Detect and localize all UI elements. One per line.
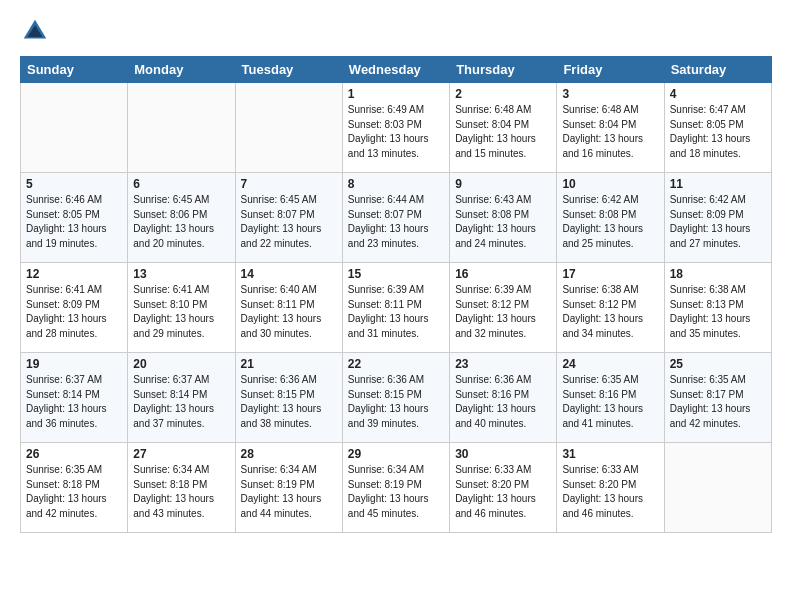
day-number: 26 <box>26 447 122 461</box>
calendar-cell <box>235 83 342 173</box>
calendar-cell: 8Sunrise: 6:44 AM Sunset: 8:07 PM Daylig… <box>342 173 449 263</box>
day-number: 21 <box>241 357 337 371</box>
calendar-cell: 22Sunrise: 6:36 AM Sunset: 8:15 PM Dayli… <box>342 353 449 443</box>
day-number: 12 <box>26 267 122 281</box>
calendar-cell: 29Sunrise: 6:34 AM Sunset: 8:19 PM Dayli… <box>342 443 449 533</box>
calendar-cell <box>664 443 771 533</box>
day-info: Sunrise: 6:41 AM Sunset: 8:10 PM Dayligh… <box>133 283 229 341</box>
calendar-week-2: 5Sunrise: 6:46 AM Sunset: 8:05 PM Daylig… <box>21 173 772 263</box>
day-info: Sunrise: 6:34 AM Sunset: 8:19 PM Dayligh… <box>241 463 337 521</box>
day-info: Sunrise: 6:47 AM Sunset: 8:05 PM Dayligh… <box>670 103 766 161</box>
day-info: Sunrise: 6:45 AM Sunset: 8:07 PM Dayligh… <box>241 193 337 251</box>
calendar-cell: 5Sunrise: 6:46 AM Sunset: 8:05 PM Daylig… <box>21 173 128 263</box>
calendar-body: 1Sunrise: 6:49 AM Sunset: 8:03 PM Daylig… <box>21 83 772 533</box>
day-info: Sunrise: 6:36 AM Sunset: 8:16 PM Dayligh… <box>455 373 551 431</box>
calendar-cell: 18Sunrise: 6:38 AM Sunset: 8:13 PM Dayli… <box>664 263 771 353</box>
day-number: 1 <box>348 87 444 101</box>
day-info: Sunrise: 6:35 AM Sunset: 8:18 PM Dayligh… <box>26 463 122 521</box>
calendar-cell: 27Sunrise: 6:34 AM Sunset: 8:18 PM Dayli… <box>128 443 235 533</box>
day-info: Sunrise: 6:42 AM Sunset: 8:09 PM Dayligh… <box>670 193 766 251</box>
calendar-week-4: 19Sunrise: 6:37 AM Sunset: 8:14 PM Dayli… <box>21 353 772 443</box>
day-number: 5 <box>26 177 122 191</box>
day-info: Sunrise: 6:43 AM Sunset: 8:08 PM Dayligh… <box>455 193 551 251</box>
calendar-cell: 25Sunrise: 6:35 AM Sunset: 8:17 PM Dayli… <box>664 353 771 443</box>
day-info: Sunrise: 6:45 AM Sunset: 8:06 PM Dayligh… <box>133 193 229 251</box>
logo-icon <box>20 16 50 46</box>
day-number: 9 <box>455 177 551 191</box>
day-number: 27 <box>133 447 229 461</box>
calendar-cell: 26Sunrise: 6:35 AM Sunset: 8:18 PM Dayli… <box>21 443 128 533</box>
weekday-header-thursday: Thursday <box>450 57 557 83</box>
calendar-cell: 13Sunrise: 6:41 AM Sunset: 8:10 PM Dayli… <box>128 263 235 353</box>
calendar-cell: 20Sunrise: 6:37 AM Sunset: 8:14 PM Dayli… <box>128 353 235 443</box>
calendar-cell: 1Sunrise: 6:49 AM Sunset: 8:03 PM Daylig… <box>342 83 449 173</box>
calendar-cell: 17Sunrise: 6:38 AM Sunset: 8:12 PM Dayli… <box>557 263 664 353</box>
weekday-header-wednesday: Wednesday <box>342 57 449 83</box>
day-info: Sunrise: 6:36 AM Sunset: 8:15 PM Dayligh… <box>348 373 444 431</box>
day-number: 23 <box>455 357 551 371</box>
calendar-cell <box>21 83 128 173</box>
weekday-header-friday: Friday <box>557 57 664 83</box>
calendar-cell: 7Sunrise: 6:45 AM Sunset: 8:07 PM Daylig… <box>235 173 342 263</box>
weekday-header-saturday: Saturday <box>664 57 771 83</box>
calendar-cell: 9Sunrise: 6:43 AM Sunset: 8:08 PM Daylig… <box>450 173 557 263</box>
day-number: 17 <box>562 267 658 281</box>
calendar-week-1: 1Sunrise: 6:49 AM Sunset: 8:03 PM Daylig… <box>21 83 772 173</box>
day-info: Sunrise: 6:34 AM Sunset: 8:19 PM Dayligh… <box>348 463 444 521</box>
day-number: 10 <box>562 177 658 191</box>
day-number: 29 <box>348 447 444 461</box>
calendar-cell: 4Sunrise: 6:47 AM Sunset: 8:05 PM Daylig… <box>664 83 771 173</box>
logo <box>20 16 54 46</box>
calendar-cell: 21Sunrise: 6:36 AM Sunset: 8:15 PM Dayli… <box>235 353 342 443</box>
calendar-cell: 30Sunrise: 6:33 AM Sunset: 8:20 PM Dayli… <box>450 443 557 533</box>
calendar-cell: 11Sunrise: 6:42 AM Sunset: 8:09 PM Dayli… <box>664 173 771 263</box>
calendar-cell: 2Sunrise: 6:48 AM Sunset: 8:04 PM Daylig… <box>450 83 557 173</box>
calendar-table: SundayMondayTuesdayWednesdayThursdayFrid… <box>20 56 772 533</box>
calendar-cell: 16Sunrise: 6:39 AM Sunset: 8:12 PM Dayli… <box>450 263 557 353</box>
day-number: 7 <box>241 177 337 191</box>
calendar-cell: 31Sunrise: 6:33 AM Sunset: 8:20 PM Dayli… <box>557 443 664 533</box>
weekday-header-sunday: Sunday <box>21 57 128 83</box>
day-info: Sunrise: 6:38 AM Sunset: 8:12 PM Dayligh… <box>562 283 658 341</box>
day-number: 16 <box>455 267 551 281</box>
day-number: 31 <box>562 447 658 461</box>
day-info: Sunrise: 6:49 AM Sunset: 8:03 PM Dayligh… <box>348 103 444 161</box>
day-number: 20 <box>133 357 229 371</box>
weekday-header-monday: Monday <box>128 57 235 83</box>
weekday-header-tuesday: Tuesday <box>235 57 342 83</box>
calendar-cell: 14Sunrise: 6:40 AM Sunset: 8:11 PM Dayli… <box>235 263 342 353</box>
day-info: Sunrise: 6:37 AM Sunset: 8:14 PM Dayligh… <box>133 373 229 431</box>
day-number: 24 <box>562 357 658 371</box>
day-info: Sunrise: 6:38 AM Sunset: 8:13 PM Dayligh… <box>670 283 766 341</box>
day-info: Sunrise: 6:37 AM Sunset: 8:14 PM Dayligh… <box>26 373 122 431</box>
calendar-cell: 15Sunrise: 6:39 AM Sunset: 8:11 PM Dayli… <box>342 263 449 353</box>
day-number: 28 <box>241 447 337 461</box>
day-number: 25 <box>670 357 766 371</box>
calendar-cell: 12Sunrise: 6:41 AM Sunset: 8:09 PM Dayli… <box>21 263 128 353</box>
calendar-cell: 24Sunrise: 6:35 AM Sunset: 8:16 PM Dayli… <box>557 353 664 443</box>
calendar-header-row: SundayMondayTuesdayWednesdayThursdayFrid… <box>21 57 772 83</box>
day-number: 30 <box>455 447 551 461</box>
day-info: Sunrise: 6:40 AM Sunset: 8:11 PM Dayligh… <box>241 283 337 341</box>
day-info: Sunrise: 6:39 AM Sunset: 8:12 PM Dayligh… <box>455 283 551 341</box>
calendar-week-5: 26Sunrise: 6:35 AM Sunset: 8:18 PM Dayli… <box>21 443 772 533</box>
day-number: 18 <box>670 267 766 281</box>
day-number: 3 <box>562 87 658 101</box>
day-info: Sunrise: 6:42 AM Sunset: 8:08 PM Dayligh… <box>562 193 658 251</box>
day-info: Sunrise: 6:33 AM Sunset: 8:20 PM Dayligh… <box>455 463 551 521</box>
day-info: Sunrise: 6:44 AM Sunset: 8:07 PM Dayligh… <box>348 193 444 251</box>
day-info: Sunrise: 6:48 AM Sunset: 8:04 PM Dayligh… <box>455 103 551 161</box>
day-number: 19 <box>26 357 122 371</box>
day-number: 8 <box>348 177 444 191</box>
day-info: Sunrise: 6:46 AM Sunset: 8:05 PM Dayligh… <box>26 193 122 251</box>
calendar-cell: 3Sunrise: 6:48 AM Sunset: 8:04 PM Daylig… <box>557 83 664 173</box>
day-number: 22 <box>348 357 444 371</box>
calendar-cell: 6Sunrise: 6:45 AM Sunset: 8:06 PM Daylig… <box>128 173 235 263</box>
day-info: Sunrise: 6:41 AM Sunset: 8:09 PM Dayligh… <box>26 283 122 341</box>
calendar-cell: 19Sunrise: 6:37 AM Sunset: 8:14 PM Dayli… <box>21 353 128 443</box>
day-info: Sunrise: 6:35 AM Sunset: 8:17 PM Dayligh… <box>670 373 766 431</box>
day-number: 4 <box>670 87 766 101</box>
day-info: Sunrise: 6:48 AM Sunset: 8:04 PM Dayligh… <box>562 103 658 161</box>
page-header <box>20 16 772 46</box>
day-info: Sunrise: 6:39 AM Sunset: 8:11 PM Dayligh… <box>348 283 444 341</box>
